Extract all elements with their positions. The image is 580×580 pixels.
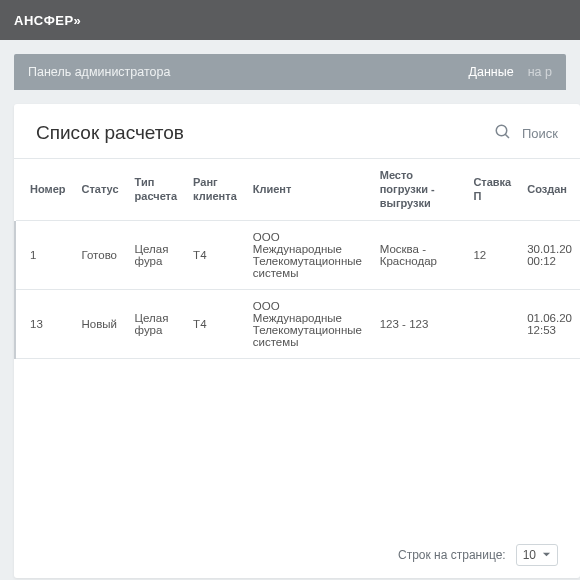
admin-panel-label: Панель администратора xyxy=(28,65,170,79)
card-title: Список расчетов xyxy=(36,122,494,144)
search-box[interactable]: Поиск xyxy=(494,123,558,144)
search-placeholder: Поиск xyxy=(522,126,558,141)
rows-per-page-value: 10 xyxy=(523,548,536,562)
table-wrap: Номер Статус Тип расчета Ранг клиента Кл… xyxy=(14,158,580,536)
col-status[interactable]: Статус xyxy=(74,159,127,221)
cell-status: Новый xyxy=(74,290,127,359)
svg-line-1 xyxy=(505,134,509,138)
col-rank[interactable]: Ранг клиента xyxy=(185,159,245,221)
rows-per-page-select[interactable]: 10 xyxy=(516,544,558,566)
cell-route: Москва - Краснодар xyxy=(372,221,466,290)
table-header-row: Номер Статус Тип расчета Ранг клиента Кл… xyxy=(15,159,580,221)
table-row[interactable]: 13НовыйЦелая фураT4ООО Международные Тел… xyxy=(15,290,580,359)
cell-rate: 12 xyxy=(465,221,519,290)
sub-bar: Панель администратора Данные на р xyxy=(14,54,566,90)
chevron-down-icon xyxy=(542,548,551,562)
col-client[interactable]: Клиент xyxy=(245,159,372,221)
col-number[interactable]: Номер xyxy=(15,159,74,221)
cell-num: 1 xyxy=(15,221,74,290)
svg-point-0 xyxy=(496,125,507,136)
col-created[interactable]: Создан xyxy=(519,159,580,221)
cell-route: 123 - 123 xyxy=(372,290,466,359)
calculations-table: Номер Статус Тип расчета Ранг клиента Кл… xyxy=(14,159,580,359)
cell-status: Готово xyxy=(74,221,127,290)
cell-rank: T4 xyxy=(185,290,245,359)
col-type[interactable]: Тип расчета xyxy=(127,159,186,221)
cell-client: ООО Международные Телекомутационные сист… xyxy=(245,221,372,290)
col-route[interactable]: Место погрузки - выгрузки xyxy=(372,159,466,221)
rows-per-page-label: Строк на странице: xyxy=(398,548,506,562)
brand-text: АНСФЕР» xyxy=(14,13,81,28)
cell-rate xyxy=(465,290,519,359)
tab-secondary[interactable]: на р xyxy=(528,65,552,79)
table-row[interactable]: 1ГотовоЦелая фураT4ООО Международные Тел… xyxy=(15,221,580,290)
cell-type: Целая фура xyxy=(127,221,186,290)
pager: Строк на странице: 10 xyxy=(14,536,580,566)
cell-client: ООО Международные Телекомутационные сист… xyxy=(245,290,372,359)
cell-rank: T4 xyxy=(185,221,245,290)
tab-data[interactable]: Данные xyxy=(469,65,514,79)
top-bar: АНСФЕР» xyxy=(0,0,580,40)
cell-type: Целая фура xyxy=(127,290,186,359)
cell-created: 01.06.20 12:53 xyxy=(519,290,580,359)
search-icon xyxy=(494,123,512,144)
calculations-card: Список расчетов Поиск Номер Статус Тип р… xyxy=(14,104,580,578)
card-header: Список расчетов Поиск xyxy=(14,122,580,158)
cell-created: 30.01.20 00:12 xyxy=(519,221,580,290)
col-rate[interactable]: Ставка П xyxy=(465,159,519,221)
cell-num: 13 xyxy=(15,290,74,359)
